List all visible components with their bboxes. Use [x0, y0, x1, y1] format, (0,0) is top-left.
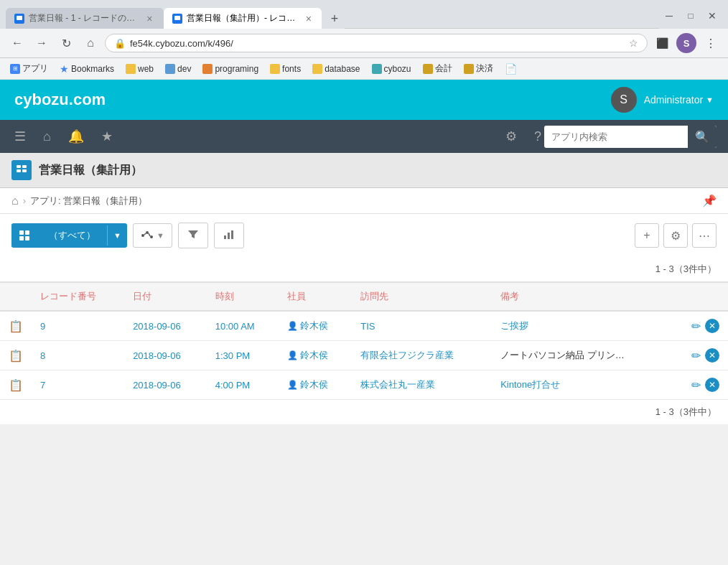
- row2-record-num[interactable]: 8: [32, 341, 124, 370]
- more-button[interactable]: ⋯: [692, 223, 717, 248]
- edit-button[interactable]: ✏: [691, 349, 701, 363]
- edit-button[interactable]: ✏: [691, 319, 701, 333]
- reload-button[interactable]: ↻: [56, 33, 76, 53]
- graph-button[interactable]: ▼: [133, 223, 172, 248]
- breadcrumb-home-icon[interactable]: ⌂: [11, 195, 19, 207]
- filter-button[interactable]: [178, 223, 208, 248]
- settings-button[interactable]: ⚙: [663, 223, 688, 248]
- graph-icon: [141, 229, 154, 242]
- svg-rect-3: [17, 169, 21, 172]
- search-area[interactable]: 🔍: [544, 126, 717, 148]
- toolbar: （すべて） ▼ ▼ + ⚙: [0, 214, 728, 257]
- bookmark-apps[interactable]: ⊞ アプリ: [7, 61, 51, 76]
- user-dropdown[interactable]: Administrator ▼: [644, 94, 714, 106]
- notification-icon[interactable]: 🔔: [65, 126, 87, 147]
- app-logo: cybozu.com: [14, 90, 611, 109]
- home-button[interactable]: ⌂: [80, 33, 101, 53]
- forward-button[interactable]: →: [32, 33, 52, 53]
- svg-rect-1: [174, 16, 180, 20]
- row2-date: 2018-09-06: [124, 341, 207, 370]
- help-icon[interactable]: ?: [531, 126, 544, 147]
- browser-bookmarks: ⊞ アプリ ★ Bookmarks web dev programing fon…: [0, 58, 728, 80]
- table-row: 📋 7 2018-09-06 4:00 PM 👤鈴木侯: [0, 370, 728, 400]
- bookmark-dev[interactable]: dev: [162, 62, 194, 75]
- view-name: （すべて）: [37, 223, 107, 248]
- row2-doc-icon: 📋: [0, 341, 32, 370]
- view-dropdown-arrow[interactable]: ▼: [107, 225, 127, 246]
- bookmark-cybozu[interactable]: cybozu: [369, 62, 414, 75]
- tab-2-icon: [172, 14, 182, 24]
- delete-button[interactable]: ✕: [705, 378, 719, 392]
- home-icon[interactable]: ⌂: [40, 126, 54, 147]
- address-text: fe54k.cybozu.com/k/496/: [130, 38, 625, 49]
- bookmark-kessai[interactable]: 決済: [461, 61, 496, 76]
- svg-rect-15: [224, 235, 226, 239]
- row2-time: 1:30 PM: [207, 341, 279, 370]
- col-visit-header[interactable]: 訪問先: [352, 283, 492, 312]
- address-bar[interactable]: 🔒 fe54k.cybozu.com/k/496/ ☆: [105, 34, 648, 52]
- tab-1-close[interactable]: ×: [144, 13, 155, 24]
- add-button[interactable]: +: [635, 223, 659, 248]
- view-selector[interactable]: （すべて） ▼: [11, 223, 127, 248]
- address-icons: ☆: [629, 37, 638, 49]
- action-buttons: ✏ ✕: [679, 348, 719, 363]
- svg-rect-17: [231, 230, 233, 239]
- svg-rect-0: [17, 16, 22, 20]
- chart-icon: [223, 228, 235, 240]
- breadcrumb-separator: ›: [23, 195, 26, 206]
- bookmark-bookmarks[interactable]: ★ Bookmarks: [57, 62, 117, 76]
- row3-record-num[interactable]: 7: [32, 370, 124, 400]
- row1-actions: ✏ ✕: [671, 311, 728, 341]
- tab-1[interactable]: 営業日報 - 1 - レコードの詳細 ×: [6, 8, 164, 29]
- row1-record-num[interactable]: 9: [32, 311, 124, 341]
- bookmark-programing[interactable]: programing: [200, 62, 261, 75]
- row3-notes: Kintone打合せ: [492, 370, 671, 400]
- minimize-button[interactable]: ─: [659, 6, 679, 26]
- row1-date: 2018-09-06: [124, 311, 207, 341]
- extensions-button[interactable]: ⬛: [652, 33, 672, 53]
- col-notes-header[interactable]: 備考: [492, 283, 671, 312]
- table-row: 📋 8 2018-09-06 1:30 PM 👤鈴木侯: [0, 341, 728, 370]
- svg-rect-8: [19, 236, 24, 241]
- nav-icons: ☰ ⌂ 🔔 ★ ⚙ ?: [11, 126, 544, 147]
- col-record-header[interactable]: レコード番号: [32, 283, 124, 312]
- col-date-header[interactable]: 日付: [124, 283, 207, 312]
- tab-2[interactable]: 営業日報（集計用）- レコードの一覧 ×: [164, 8, 322, 29]
- delete-button[interactable]: ✕: [705, 348, 719, 363]
- col-actions-header: [671, 283, 728, 312]
- user-profile-button[interactable]: S: [676, 33, 696, 53]
- new-tab-button[interactable]: +: [325, 9, 345, 29]
- app-header: cybozu.com S Administrator ▼: [0, 80, 728, 120]
- edit-button[interactable]: ✏: [691, 378, 701, 392]
- search-button[interactable]: 🔍: [688, 126, 717, 148]
- pin-icon[interactable]: 📌: [702, 194, 717, 207]
- tab-2-close[interactable]: ×: [304, 13, 313, 24]
- delete-button[interactable]: ✕: [705, 319, 719, 333]
- maximize-button[interactable]: □: [681, 6, 701, 26]
- star-icon[interactable]: ☆: [629, 37, 638, 49]
- menu-button[interactable]: ⋮: [701, 33, 721, 53]
- bookmark-database[interactable]: database: [309, 62, 363, 75]
- user-area: S Administrator ▼: [611, 87, 714, 113]
- row3-date: 2018-09-06: [124, 370, 207, 400]
- back-button[interactable]: ←: [7, 33, 27, 53]
- tab-1-icon: [14, 14, 24, 24]
- app-title: 営業日報（集計用）: [39, 163, 142, 178]
- bookmark-web[interactable]: web: [123, 62, 157, 75]
- row1-time: 10:00 AM: [207, 311, 279, 341]
- col-time-header[interactable]: 時刻: [207, 283, 279, 312]
- graph-dropdown-arrow: ▼: [157, 231, 164, 240]
- star-nav-icon[interactable]: ★: [98, 126, 116, 147]
- main-content: （すべて） ▼ ▼ + ⚙: [0, 214, 728, 424]
- bookmark-fonts[interactable]: fonts: [267, 62, 304, 75]
- chart-button[interactable]: [214, 223, 244, 248]
- hamburger-icon[interactable]: ☰: [11, 126, 29, 147]
- browser-chrome: 営業日報 - 1 - レコードの詳細 × 営業日報（集計用）- レコードの一覧 …: [0, 0, 728, 80]
- settings-icon[interactable]: ⚙: [503, 126, 520, 147]
- search-input[interactable]: [544, 127, 688, 146]
- row3-employee: 👤鈴木侯: [279, 370, 353, 400]
- bookmark-page[interactable]: 📄: [502, 62, 520, 76]
- col-employee-header[interactable]: 社員: [279, 283, 353, 312]
- close-button[interactable]: ✕: [702, 6, 722, 26]
- bookmark-kaikei[interactable]: 会計: [420, 61, 455, 76]
